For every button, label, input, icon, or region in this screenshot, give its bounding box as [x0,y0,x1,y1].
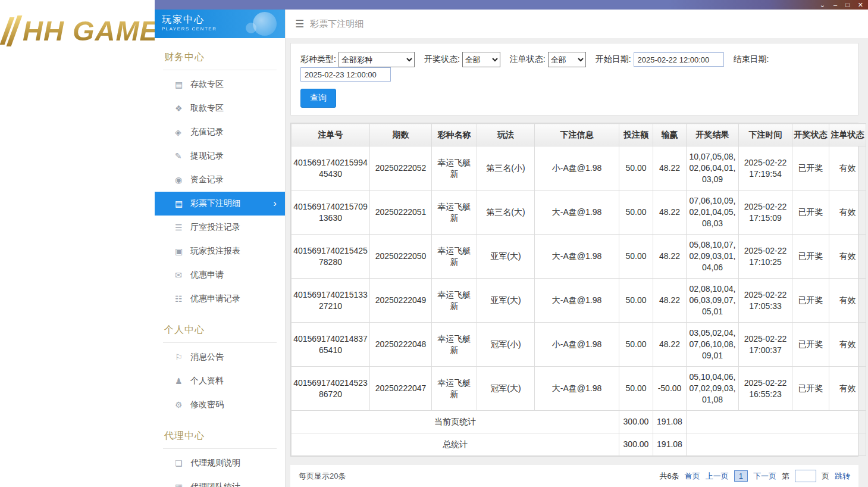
cell-bet-info: 大-A盘@1.98 [535,191,619,235]
sidebar-item-label: 玩家投注报表 [190,246,240,257]
page-jump-input[interactable] [795,470,816,482]
hamburger-menu-icon[interactable]: ☰ [295,18,304,30]
report-icon: ▣ [175,246,190,256]
col-header-winloss: 输赢 [653,124,687,146]
cell-period: 20250222050 [370,235,432,279]
draw-status-label: 开奖状态: [424,54,460,65]
cell-amount: 50.00 [619,279,653,323]
close-button[interactable]: ✕ [858,2,863,8]
cell-winloss: 48.22 [653,235,687,279]
sidebar-item-profile[interactable]: ♟ 个人资料 [155,369,285,393]
sidebar-item-player-bet-report[interactable]: ▣ 玩家投注报表 [155,239,285,263]
sidebar-item-announcements[interactable]: ⚐ 消息公告 [155,345,285,369]
lottery-type-select[interactable]: 全部彩种 [339,52,415,67]
next-page-link[interactable]: 下一页 [753,471,776,482]
sidebar-item-change-password[interactable]: ⚙ 修改密码 [155,393,285,417]
sidebar: 玩家中心 PLAYERS CENTER 财务中心 ▤ 存款专区 ❖ 取款专区 ◈… [155,10,286,487]
table-row: 401569174021513327210 20250222049 幸运飞艇新 … [292,279,866,323]
search-button[interactable]: 查询 [300,89,336,108]
end-date-input[interactable] [300,67,391,82]
cell-lottery: 幸运飞艇新 [432,367,477,411]
sidebar-item-label: 优惠申请 [190,270,224,280]
cell-result: 05,10,04,06,07,02,09,03,01,08 [687,367,739,411]
sidebar-item-deposit[interactable]: ▤ 存款专区 [155,73,285,96]
sidebar-item-recharge-record[interactable]: ◈ 充值记录 [155,120,285,144]
sidebar-item-agent-rules[interactable]: ❏ 代理规则说明 [155,451,285,475]
cell-bet-info: 小-A盘@1.98 [535,146,619,191]
cell-order-no: 401569174021452386720 [292,367,370,411]
col-header-draw-status: 开奖状态 [792,124,829,146]
order-status-select[interactable]: 全部 [548,52,586,67]
sidebar-section-finance: 财务中心 [163,45,277,70]
cell-order-no: 401569174021513327210 [292,279,370,323]
summary-winloss: 191.08 [653,433,687,456]
cell-lottery: 幸运飞艇新 [432,279,477,323]
sidebar-section-personal: 个人中心 [163,318,277,343]
col-header-amount: 投注额 [619,124,653,146]
cell-period: 20250222049 [370,279,432,323]
jump-label-prefix: 第 [782,471,789,482]
col-header-play: 玩法 [477,124,535,146]
table-row: 401569174021542578280 20250222050 幸运飞艇新 … [292,235,866,279]
cell-winloss: 48.22 [653,146,687,191]
cell-draw-status: 已开奖 [792,191,829,235]
cell-order-status: 有效 [829,279,866,323]
cell-lottery: 幸运飞艇新 [432,191,477,235]
cell-amount: 50.00 [619,323,653,367]
order-status-label: 注单状态: [510,54,546,65]
start-date-input[interactable] [634,52,724,67]
minimize-button[interactable]: – [833,2,837,8]
page-title: 彩票下注明细 [310,18,364,30]
summary-amount: 300.00 [619,411,653,433]
sidebar-item-label: 个人资料 [190,376,224,386]
filter-panel: 彩种类型: 全部彩种 开奖状态: 全部 注单状态: 全部 开始日期: 结束日期: [290,43,858,115]
sidebar-item-label: 彩票下注明细 [190,198,240,209]
table-row: 401569174021570913630 20250222051 幸运飞艇新 … [292,191,866,235]
summary-empty [687,411,866,433]
chevron-down-icon[interactable]: ⌄ [820,2,825,8]
sidebar-section-agent: 代理中心 [163,424,277,449]
prev-page-link[interactable]: 上一页 [706,471,729,482]
summary-amount: 300.00 [619,433,653,456]
draw-status-select[interactable]: 全部 [462,52,500,67]
sidebar-item-label: 取款专区 [190,103,224,114]
maximize-button[interactable]: □ [845,2,850,8]
cell-winloss: -50.00 [653,367,687,411]
sidebar-header: 玩家中心 PLAYERS CENTER [155,10,285,38]
sidebar-item-withdraw[interactable]: ❖ 取款专区 [155,96,285,120]
sidebar-item-agent-team-stats[interactable]: ▦ 代理团队统计 [155,475,285,487]
sidebar-item-cashout-record[interactable]: ✎ 提现记录 [155,144,285,168]
cell-time: 2025-02-22 17:00:37 [739,323,792,367]
jump-button[interactable]: 跳转 [835,471,850,482]
sidebar-item-hall-bet-record[interactable]: ☰ 厅室投注记录 [155,216,285,239]
lottery-type-label: 彩种类型: [300,54,336,65]
total-summary-row: 总统计 300.00 191.08 [292,433,866,456]
sphere-decoration-icon [253,12,277,36]
section-title: 财务中心 [164,52,205,62]
cashout-icon: ✎ [175,151,190,161]
cell-lottery: 幸运飞艇新 [432,323,477,367]
cell-order-status: 有效 [829,146,866,191]
document-icon: ❏ [175,458,190,468]
sidebar-item-promo-apply-record[interactable]: ☷ 优惠申请记录 [155,287,285,311]
sidebar-item-funds-record[interactable]: ◉ 资金记录 [155,168,285,192]
window-titlebar: ⌄ – □ ✕ [155,0,868,10]
sidebar-item-label: 充值记录 [190,127,224,138]
cell-amount: 50.00 [619,191,653,235]
chevron-right-icon: › [273,198,277,210]
deposit-icon: ▤ [175,80,190,89]
cell-draw-status: 已开奖 [792,367,829,411]
cell-order-no: 401569174021570913630 [292,191,370,235]
brand-logo: HH GAME [5,14,159,47]
cell-time: 2025-02-22 17:19:54 [739,146,792,191]
cell-amount: 50.00 [619,367,653,411]
cell-amount: 50.00 [619,235,653,279]
withdraw-icon: ❖ [175,104,190,113]
sidebar-item-label: 代理团队统计 [190,482,240,487]
cell-play: 第三名(小) [477,146,535,191]
first-page-link[interactable]: 首页 [685,471,700,482]
col-header-order-status: 注单状态 [829,124,866,146]
sidebar-item-lottery-bet-details[interactable]: ▤ 彩票下注明细 › [155,192,285,216]
sidebar-item-promo-apply[interactable]: ✉ 优惠申请 [155,263,285,287]
col-header-order-no: 注单号 [292,124,370,146]
